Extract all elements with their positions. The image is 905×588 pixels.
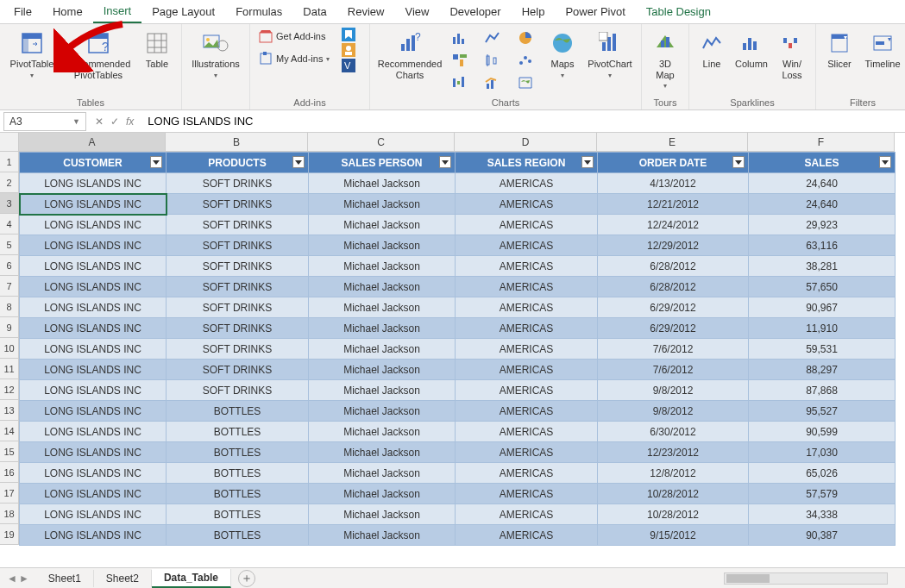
cell[interactable]: 63,116 <box>749 235 896 256</box>
formula-input[interactable] <box>142 112 905 131</box>
cell[interactable]: SOFT DRINKS <box>167 256 309 277</box>
row-header[interactable]: 14 <box>0 421 19 441</box>
cell[interactable]: 12/23/2012 <box>598 442 749 463</box>
cell[interactable]: SOFT DRINKS <box>167 215 309 235</box>
tab-powerpivot[interactable]: Power Pivot <box>555 1 635 22</box>
row-header[interactable]: 18 <box>0 504 19 524</box>
name-box[interactable]: A3 ▼ <box>3 112 86 131</box>
cell[interactable]: 6/28/2012 <box>598 256 749 277</box>
cell[interactable]: LONG ISLANDS INC <box>20 318 167 339</box>
filter-dropdown-icon[interactable] <box>292 156 305 168</box>
row-header[interactable]: 3 <box>0 193 19 214</box>
my-addins-button[interactable]: My Add-ins ▾ <box>255 50 333 67</box>
cell[interactable]: AMERICAS <box>456 297 598 318</box>
table-button[interactable]: Table <box>138 28 176 70</box>
cell[interactable]: Michael Jackson <box>309 401 456 422</box>
pie-chart-icon[interactable] <box>513 28 537 48</box>
cell[interactable]: LONG ISLANDS INC <box>20 235 167 256</box>
sheet-nav-prev-icon[interactable]: ◄ <box>7 572 17 585</box>
cell[interactable]: Michael Jackson <box>309 297 456 318</box>
tab-pagelayout[interactable]: Page Layout <box>141 1 225 22</box>
cell[interactable]: 9/8/2012 <box>598 401 749 422</box>
cell[interactable]: Michael Jackson <box>309 504 456 525</box>
slicer-button[interactable]: Slicer <box>821 28 858 70</box>
column-header-E[interactable]: E <box>597 133 748 152</box>
row-header[interactable]: 1 <box>0 152 19 172</box>
fx-icon[interactable]: fx <box>126 116 134 128</box>
cell[interactable]: SOFT DRINKS <box>167 360 309 380</box>
tab-help[interactable]: Help <box>512 1 556 22</box>
cell[interactable]: 90,967 <box>749 297 896 318</box>
recommended-pivottables-button[interactable]: ? Recommended PivotTables <box>62 28 135 80</box>
cell[interactable]: SOFT DRINKS <box>167 318 309 339</box>
sheet-tab-sheet2[interactable]: Sheet2 <box>94 570 152 587</box>
hierarchy-chart-icon[interactable] <box>448 50 472 71</box>
combo-chart-icon[interactable] <box>481 72 505 93</box>
cell[interactable]: 95,527 <box>749 401 896 422</box>
cell[interactable]: LONG ISLANDS INC <box>20 442 167 463</box>
cell[interactable]: 12/24/2012 <box>598 215 749 235</box>
cell[interactable]: Michael Jackson <box>309 277 456 297</box>
cell[interactable]: AMERICAS <box>456 380 598 401</box>
cell[interactable]: 10/28/2012 <box>598 484 749 504</box>
cell[interactable]: 87,868 <box>749 380 896 401</box>
cell[interactable]: BOTTLES <box>167 442 309 463</box>
cell[interactable]: 6/30/2012 <box>598 422 749 442</box>
3d-map-button[interactable]: 3D Map ▾ <box>647 28 683 90</box>
cell[interactable]: 10/28/2012 <box>598 504 749 525</box>
scatter-chart-icon[interactable] <box>513 50 537 71</box>
maps-button[interactable]: Maps ▾ <box>544 28 581 79</box>
cell[interactable]: 7/6/2012 <box>598 360 749 380</box>
cell[interactable]: 59,531 <box>749 339 896 360</box>
cell[interactable]: AMERICAS <box>456 442 598 463</box>
cell[interactable]: 12/29/2012 <box>598 235 749 256</box>
cell[interactable]: AMERICAS <box>456 463 598 484</box>
cell[interactable]: 57,650 <box>749 277 896 297</box>
column-header-B[interactable]: B <box>166 133 308 152</box>
cell[interactable]: SOFT DRINKS <box>167 173 309 194</box>
cell[interactable]: 17,030 <box>749 442 896 463</box>
cell[interactable]: AMERICAS <box>456 215 598 235</box>
cell[interactable]: 7/6/2012 <box>598 339 749 360</box>
cell[interactable]: LONG ISLANDS INC <box>20 339 167 360</box>
cell[interactable]: AMERICAS <box>456 339 598 360</box>
cell[interactable]: LONG ISLANDS INC <box>20 277 167 297</box>
cell[interactable]: BOTTLES <box>167 504 309 525</box>
cell[interactable]: AMERICAS <box>456 194 598 215</box>
cell[interactable]: AMERICAS <box>456 173 598 194</box>
cell[interactable]: Michael Jackson <box>309 256 456 277</box>
cell[interactable]: BOTTLES <box>167 463 309 484</box>
cell[interactable]: 24,640 <box>749 173 896 194</box>
accept-formula-icon[interactable]: ✓ <box>110 116 119 128</box>
row-header[interactable]: 10 <box>0 338 19 359</box>
table-header[interactable]: CUSTOMER <box>20 153 167 173</box>
tab-review[interactable]: Review <box>337 1 395 22</box>
cell[interactable]: Michael Jackson <box>309 484 456 504</box>
cell[interactable]: SOFT DRINKS <box>167 235 309 256</box>
cell[interactable]: LONG ISLANDS INC <box>20 484 167 504</box>
filter-dropdown-icon[interactable] <box>150 156 162 168</box>
cell[interactable]: BOTTLES <box>167 422 309 442</box>
people-graph-icon[interactable] <box>342 43 355 57</box>
tab-insert[interactable]: Insert <box>93 0 142 23</box>
cell[interactable]: AMERICAS <box>456 422 598 442</box>
cell[interactable]: Michael Jackson <box>309 442 456 463</box>
cell[interactable]: SOFT DRINKS <box>167 380 309 401</box>
column-header-F[interactable]: F <box>748 133 895 152</box>
cell[interactable]: Michael Jackson <box>309 318 456 339</box>
cell[interactable]: AMERICAS <box>456 401 598 422</box>
table-header[interactable]: PRODUCTS <box>167 153 309 173</box>
cell[interactable]: Michael Jackson <box>309 194 456 215</box>
cell[interactable]: AMERICAS <box>456 360 598 380</box>
sheet-nav-next-icon[interactable]: ► <box>19 572 29 585</box>
row-header[interactable]: 8 <box>0 297 19 317</box>
cell[interactable]: Michael Jackson <box>309 360 456 380</box>
table-header[interactable]: SALES PERSON <box>309 153 456 173</box>
cell[interactable]: AMERICAS <box>456 235 598 256</box>
cell[interactable]: Michael Jackson <box>309 339 456 360</box>
cancel-formula-icon[interactable]: ✕ <box>95 116 104 128</box>
select-all-triangle[interactable] <box>0 133 19 152</box>
cell[interactable]: LONG ISLANDS INC <box>20 194 167 215</box>
row-header[interactable]: 19 <box>0 524 19 545</box>
cell[interactable]: 4/13/2012 <box>598 173 749 194</box>
